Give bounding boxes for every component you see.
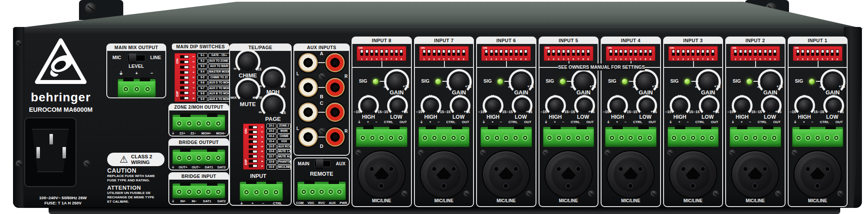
channel-dip-switches[interactable]: ON 123456789 [606, 46, 655, 61]
dip-switch[interactable] [682, 50, 685, 56]
tel-page-input-euroblock-connector[interactable] [240, 182, 283, 201]
dip-switch[interactable] [567, 50, 570, 56]
dip-switch[interactable] [697, 50, 700, 56]
rca-jack-left[interactable] [299, 103, 318, 122]
rca-jack-right[interactable] [326, 127, 345, 147]
dip-switch[interactable] [249, 130, 257, 134]
rca-jack-right[interactable] [326, 103, 345, 122]
dip-switch[interactable] [644, 50, 647, 56]
channel-euroblock-connector[interactable] [418, 127, 470, 147]
high-eq-knob[interactable] [797, 98, 812, 113]
dip-switch[interactable] [180, 66, 189, 69]
dip-switch[interactable] [744, 50, 747, 56]
dip-switch[interactable] [796, 50, 799, 56]
dip-switch[interactable] [587, 50, 590, 56]
bridge-input-euroblock-connector[interactable] [172, 184, 225, 198]
high-eq-knob[interactable] [735, 98, 750, 113]
dip-switch[interactable] [821, 50, 824, 56]
dip-switch[interactable] [180, 91, 189, 94]
rca-jack-right[interactable] [326, 53, 345, 72]
dip-switch[interactable] [510, 50, 513, 56]
dip-switch[interactable] [609, 50, 612, 56]
bridge-output-euroblock-connector[interactable] [172, 150, 225, 164]
dip-switch[interactable] [557, 50, 560, 56]
dip-switch[interactable] [180, 81, 189, 84]
mic-line-combo-jack[interactable] [483, 151, 529, 197]
mic-line-combo-jack[interactable] [670, 151, 716, 197]
dip-switch[interactable] [706, 50, 709, 56]
channel-dip-switches[interactable]: ON 123456789 [481, 46, 531, 61]
high-eq-knob[interactable] [548, 98, 563, 113]
dip-switch[interactable] [552, 50, 555, 56]
rca-jack-left[interactable] [299, 127, 318, 147]
rca-jack-left[interactable] [299, 78, 318, 97]
dip-switch[interactable] [649, 50, 652, 56]
dip-switch[interactable] [180, 86, 189, 89]
dip-switch[interactable] [629, 50, 632, 56]
dip-switch[interactable] [734, 50, 737, 56]
chime-knob[interactable] [238, 52, 257, 71]
dip-switch[interactable] [395, 50, 398, 56]
dip-switch[interactable] [365, 50, 368, 56]
dip-switch[interactable] [249, 126, 257, 129]
dip-switch[interactable] [249, 160, 257, 163]
dip-switch[interactable] [375, 50, 378, 56]
mic-line-combo-jack[interactable] [608, 151, 654, 197]
main-dip-switch-block[interactable]: ON DIP 123456789 [174, 53, 196, 102]
channel-dip-switches[interactable]: ON 123456789 [544, 46, 593, 61]
mic-line-combo-jack[interactable] [795, 151, 841, 197]
dip-switch[interactable] [180, 60, 189, 64]
dip-switch[interactable] [249, 140, 257, 143]
dip-switch[interactable] [639, 50, 642, 56]
dip-switch[interactable] [423, 50, 426, 56]
dip-switch[interactable] [360, 50, 363, 56]
dip-switch[interactable] [427, 50, 431, 56]
mic-line-combo-jack[interactable] [546, 151, 592, 197]
dip-switch[interactable] [249, 145, 257, 148]
dip-switch[interactable] [749, 50, 752, 56]
dip-switch[interactable] [811, 50, 814, 56]
channel-euroblock-connector[interactable] [543, 127, 595, 147]
channel-dip-switches[interactable]: ON 123456789 [419, 46, 469, 61]
dip-switch[interactable] [624, 50, 627, 56]
rca-jack-right[interactable] [326, 78, 345, 97]
dip-switch[interactable] [442, 50, 445, 56]
dip-switch[interactable] [562, 50, 565, 56]
dip-switch[interactable] [437, 50, 441, 56]
channel-euroblock-connector[interactable] [792, 127, 844, 147]
channel-dip-switches[interactable]: ON 123456789 [730, 46, 780, 61]
dip-switch[interactable] [500, 50, 503, 56]
dip-switch[interactable] [490, 50, 493, 56]
dip-switch[interactable] [519, 50, 523, 56]
dip-switch[interactable] [515, 50, 518, 56]
dip-switch[interactable] [831, 50, 834, 56]
dip-switch[interactable] [691, 50, 694, 56]
dip-switch[interactable] [433, 50, 436, 56]
dip-switch[interactable] [390, 50, 393, 56]
dip-switch[interactable] [826, 50, 829, 56]
dip-switch[interactable] [485, 50, 488, 56]
dip-switch[interactable] [701, 50, 704, 56]
dip-switch[interactable] [452, 50, 455, 56]
dip-switch[interactable] [582, 50, 585, 56]
channel-euroblock-connector[interactable] [667, 127, 719, 147]
high-eq-knob[interactable] [424, 98, 438, 113]
dip-switch[interactable] [619, 50, 622, 56]
channel-euroblock-connector[interactable] [605, 127, 657, 147]
dip-switch[interactable] [687, 50, 690, 56]
dip-switch[interactable] [577, 50, 580, 56]
mic-line-combo-jack[interactable] [421, 151, 467, 197]
dip-switch[interactable] [634, 50, 637, 56]
dip-switch[interactable] [806, 50, 809, 56]
dip-switch[interactable] [769, 50, 772, 56]
high-eq-knob[interactable] [361, 98, 376, 113]
dip-switch[interactable] [739, 50, 742, 56]
dip-switch[interactable] [816, 50, 819, 56]
dip-switch[interactable] [524, 50, 527, 56]
input-dip-switch-block[interactable]: ON DIP 123456789 [243, 124, 265, 170]
dip-switch[interactable] [180, 76, 189, 79]
dip-switch[interactable] [764, 50, 767, 56]
dip-switch[interactable] [249, 135, 257, 138]
dip-switch[interactable] [773, 50, 776, 56]
channel-euroblock-connector[interactable] [480, 127, 532, 147]
